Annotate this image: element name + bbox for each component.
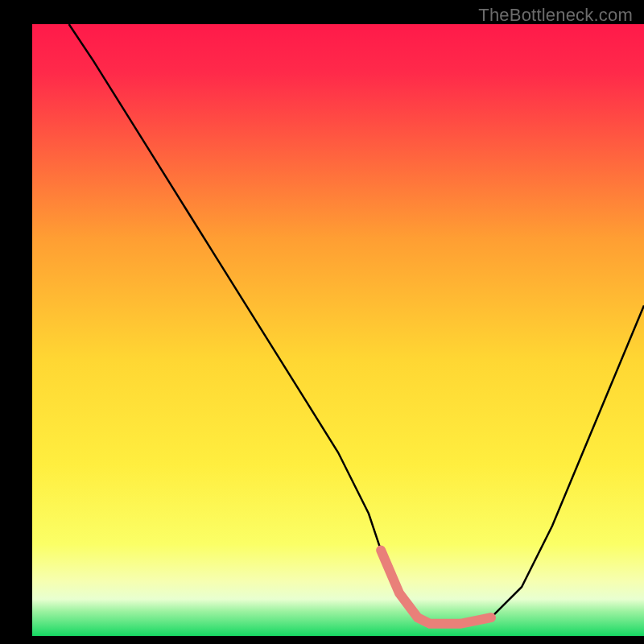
- bottleneck-chart: [0, 0, 644, 644]
- watermark-text: TheBottleneck.com: [478, 5, 633, 26]
- chart-gradient-area: [32, 24, 644, 636]
- chart-container: TheBottleneck.com: [0, 0, 644, 644]
